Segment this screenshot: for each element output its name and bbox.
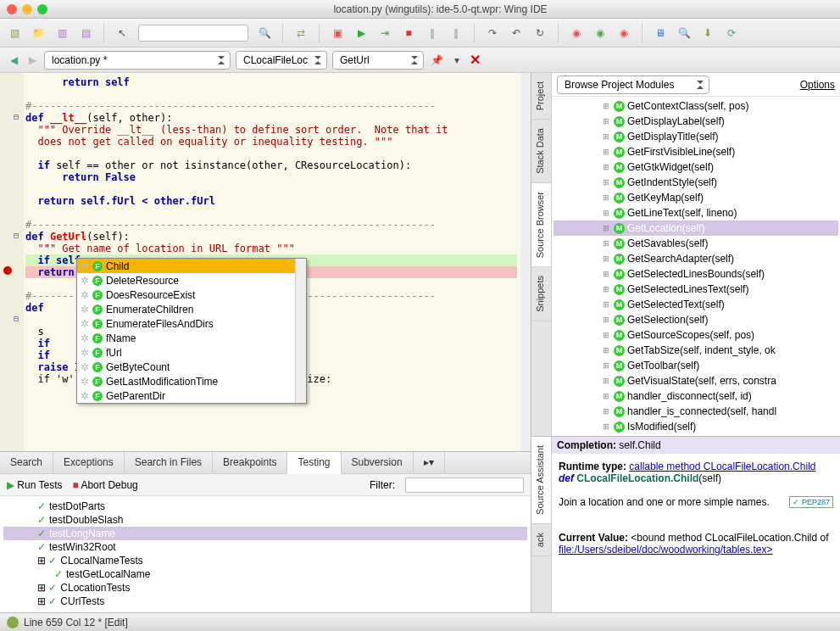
tree-item[interactable]: ⊞MGetFirstVisibleLine(self) — [554, 144, 838, 159]
tree-item[interactable]: ⊞MGetSelectedLinesBounds(self) — [554, 266, 838, 282]
minimize-window-icon[interactable] — [22, 4, 32, 14]
fold-icon[interactable]: ⊟ — [14, 112, 21, 121]
step-icon[interactable]: ↻ — [532, 25, 548, 41]
vtab-project[interactable]: Project — [531, 73, 551, 120]
tab-exceptions[interactable]: Exceptions — [53, 452, 125, 473]
vtab-stack-data[interactable]: Stack Data — [531, 120, 551, 183]
tree-item[interactable]: ⊞MGetLocation(self) — [554, 221, 838, 236]
runtime-type-link[interactable]: callable method CLocalFileLocation.Child — [629, 461, 815, 472]
breakpoint-icon[interactable] — [3, 266, 12, 275]
vtab-ack[interactable]: ack — [531, 524, 551, 556]
autocomplete-item[interactable]: ✲FDoesResourceExist — [77, 288, 306, 302]
pause2-icon[interactable]: ‖ — [448, 25, 464, 41]
test-item[interactable]: ⊞ ✓CUrlTests — [3, 595, 527, 608]
run-tests-button[interactable]: ▶ Run Tests — [7, 479, 62, 491]
tree-item[interactable]: ⊞MGetVisualState(self, errs, constra — [554, 373, 838, 388]
autocomplete-item[interactable]: ✲FDeleteResource — [77, 273, 306, 288]
autocomplete-item[interactable]: ✲FChild — [77, 259, 306, 273]
file-combo[interactable]: location.py * — [44, 51, 231, 70]
test-item[interactable]: ✓testDotParts — [3, 500, 527, 513]
autocomplete-item[interactable]: ✲FGetByteCount — [77, 360, 306, 374]
maximize-window-icon[interactable] — [37, 4, 47, 14]
tree-item[interactable]: ⊞MIsModified(self) — [554, 419, 838, 434]
autocomplete-item[interactable]: ✲FEnumerateFilesAndDirs — [77, 316, 306, 331]
pause-icon[interactable]: ‖ — [425, 25, 440, 41]
pin-icon[interactable]: 📌 — [429, 53, 444, 68]
tree-item[interactable]: ⊞MGetIndentStyle(self) — [554, 175, 838, 190]
test-item[interactable]: ✓testGetLocalName — [3, 567, 527, 581]
options-link[interactable]: Options — [800, 79, 835, 91]
tab-search-in-files[interactable]: Search in Files — [125, 452, 213, 473]
tree-item[interactable]: ⊞MGetLineText(self, lineno) — [554, 205, 838, 221]
abort-debug-button[interactable]: ■ Abort Debug — [72, 479, 137, 491]
browse-combo[interactable]: Browse Project Modules — [557, 75, 709, 94]
tab-subversion[interactable]: Subversion — [342, 452, 414, 473]
refresh-icon[interactable]: ⟳ — [724, 25, 739, 41]
replace-icon[interactable]: ⇄ — [293, 25, 309, 41]
close-window-icon[interactable] — [7, 4, 17, 14]
tree-item[interactable]: ⊞MGetSelectedText(self) — [554, 297, 838, 312]
tree-item[interactable]: ⊞MGetDisplayTitle(self) — [554, 129, 838, 144]
module-tree[interactable]: ⊞MGetContextClass(self, pos)⊞MGetDisplay… — [552, 97, 840, 436]
pointer-icon[interactable]: ↖ — [114, 25, 130, 41]
tree-item[interactable]: ⊞MGetGtkWidget(self) — [554, 159, 838, 175]
test-tree[interactable]: ✓testDotParts✓testDoubleSlash✓testLongNa… — [0, 496, 531, 612]
test-item[interactable]: ⊞ ✓CLocationTests — [3, 581, 527, 595]
fold-icon[interactable]: ⊟ — [14, 314, 21, 323]
watch1-icon[interactable]: ◉ — [569, 25, 584, 41]
tree-item[interactable]: ⊞Mhandler_is_connected(self, handl — [554, 404, 838, 419]
step-over-icon[interactable]: ↷ — [485, 25, 500, 41]
tree-item[interactable]: ⊞MGetSelectedLinesText(self) — [554, 282, 838, 297]
run-icon[interactable]: ▶ — [353, 25, 369, 41]
tab-search[interactable]: Search — [0, 452, 53, 473]
watch3-icon[interactable]: ◉ — [616, 25, 631, 41]
tree-item[interactable]: ⊞MGetSelection(self) — [554, 312, 838, 327]
method-combo[interactable]: GetUrl — [332, 51, 424, 70]
code-editor[interactable]: ⊟ ⊟ ⊟ return self #---------------------… — [0, 73, 531, 451]
test-item[interactable]: ✓testWin32Root — [3, 540, 527, 554]
autocomplete-item[interactable]: ✲FGetParentDir — [77, 388, 306, 403]
docs-icon[interactable]: ▥ — [54, 25, 70, 41]
autocomplete-scrollbar[interactable] — [295, 259, 306, 403]
test-item[interactable]: ⊞ ✓CLocalNameTests — [3, 554, 527, 567]
tree-item[interactable]: ⊞MGetKeyMap(self) — [554, 190, 838, 205]
autocomplete-item[interactable]: ✲FfName — [77, 331, 306, 345]
autocomplete-item[interactable]: ✲FGetLastModificationTime — [77, 374, 306, 388]
class-combo[interactable]: CLocalFileLoc — [236, 51, 327, 70]
tree-item[interactable]: ⊞MGetToolbar(self) — [554, 358, 838, 373]
watch2-icon[interactable]: ◉ — [592, 25, 608, 41]
search-icon[interactable]: 🔍 — [257, 25, 272, 41]
step-out-icon[interactable]: ↶ — [509, 25, 524, 41]
bug-icon[interactable] — [7, 617, 19, 628]
current-value-link[interactable]: file:/Users/sdeibel/doc/woodworking/tabl… — [559, 544, 772, 556]
step-into-icon[interactable]: ⇥ — [377, 25, 392, 41]
monitor-icon[interactable]: 🖥 — [653, 25, 668, 41]
tree-item[interactable]: ⊞Mhandler_disconnect(self, id) — [554, 388, 838, 404]
open-folder-icon[interactable]: 📁 — [31, 25, 46, 41]
close-tab-icon[interactable]: ✕ — [470, 52, 481, 68]
tree-item[interactable]: ⊞MGetSavables(self) — [554, 236, 838, 251]
tree-item[interactable]: ⊞MGetContextClass(self, pos) — [554, 98, 838, 114]
debug-file-icon[interactable]: ▣ — [330, 25, 345, 41]
nav-back-icon[interactable]: ◀ — [7, 53, 20, 67]
filter-input[interactable] — [405, 477, 524, 493]
save-icon[interactable]: ▤ — [78, 25, 93, 41]
download-icon[interactable]: ⬇ — [700, 25, 715, 41]
vtab-source-assistant[interactable]: Source Assistant — [531, 437, 551, 524]
tree-item[interactable]: ⊞MGetSourceScopes(self, pos) — [554, 327, 838, 343]
search-input[interactable] — [138, 25, 248, 42]
test-item[interactable]: ✓testDoubleSlash — [3, 513, 527, 527]
find-icon[interactable]: 🔍 — [676, 25, 692, 41]
tree-item[interactable]: ⊞MGetDisplayLabel(self) — [554, 114, 838, 129]
tab-breakpoints[interactable]: Breakpoints — [213, 452, 287, 473]
stop-icon[interactable]: ■ — [401, 25, 416, 41]
nav-forward-icon[interactable]: ▶ — [25, 53, 39, 67]
tab-testing[interactable]: Testing — [287, 452, 341, 474]
fold-icon[interactable]: ⊟ — [14, 231, 21, 240]
autocomplete-item[interactable]: ✲FEnumerateChildren — [77, 302, 306, 316]
tree-item[interactable]: ⊞MGetTabSize(self, indent_style, ok — [554, 343, 838, 358]
test-item[interactable]: ✓testLongName — [3, 527, 527, 540]
autocomplete-item[interactable]: ✲FfUrl — [77, 345, 306, 360]
new-file-icon[interactable]: ▧ — [7, 25, 22, 41]
vtab-source-browser[interactable]: Source Browser — [531, 183, 551, 267]
